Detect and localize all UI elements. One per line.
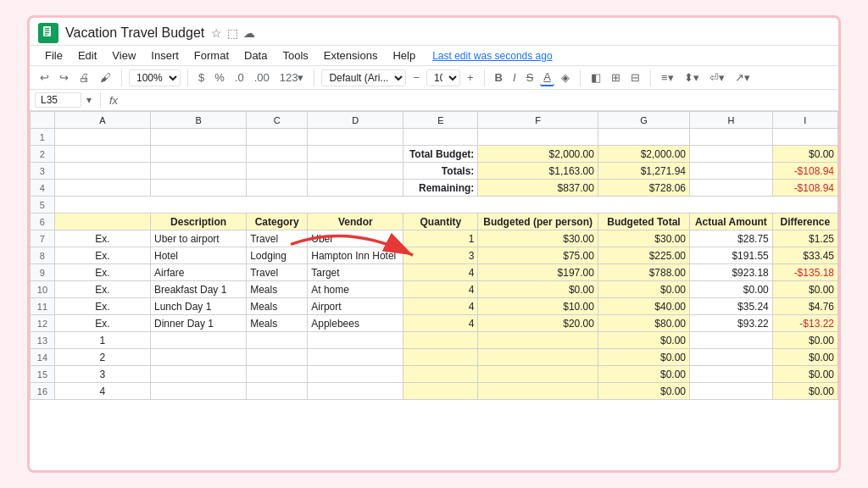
cell-e6[interactable]: Quantity bbox=[403, 214, 478, 230]
cell-c8[interactable]: Lodging bbox=[247, 247, 308, 264]
cell-d2[interactable] bbox=[308, 146, 403, 163]
format-123-button[interactable]: 123▾ bbox=[276, 69, 308, 86]
cell-a8[interactable]: Ex. bbox=[54, 247, 150, 264]
cell-f4[interactable]: $837.00 bbox=[478, 180, 598, 197]
cell-e11[interactable]: 4 bbox=[403, 298, 478, 315]
cell-g9[interactable]: $788.00 bbox=[598, 264, 689, 281]
cell-i8[interactable]: $33.45 bbox=[772, 247, 837, 264]
cell-d3[interactable] bbox=[308, 163, 403, 180]
cell-h8[interactable]: $191.55 bbox=[690, 247, 773, 264]
menu-edit[interactable]: Edit bbox=[71, 47, 103, 64]
cell-f6[interactable]: Budgeted (per person) bbox=[478, 214, 598, 230]
cell-b1[interactable] bbox=[151, 129, 247, 146]
cell-i15[interactable]: $0.00 bbox=[772, 366, 837, 383]
menu-view[interactable]: View bbox=[105, 47, 142, 64]
currency-button[interactable]: $ bbox=[195, 69, 208, 86]
cell-i16[interactable]: $0.00 bbox=[772, 383, 837, 400]
cell-h1[interactable] bbox=[690, 129, 773, 146]
cell-b10[interactable]: Breakfast Day 1 bbox=[151, 281, 247, 298]
font-size-select[interactable]: 10 bbox=[426, 69, 460, 86]
cell-b13[interactable] bbox=[151, 332, 247, 349]
cell-h16[interactable] bbox=[690, 383, 773, 400]
paint-format-button[interactable]: 🖌 bbox=[97, 69, 114, 86]
cell-h7[interactable]: $28.75 bbox=[690, 230, 773, 247]
cell-a11[interactable]: Ex. bbox=[54, 298, 150, 315]
text-color-button[interactable]: ◈ bbox=[558, 69, 573, 86]
cell-g1[interactable] bbox=[598, 129, 689, 146]
align-button[interactable]: ≡▾ bbox=[658, 69, 677, 86]
valign-button[interactable]: ⬍▾ bbox=[681, 69, 703, 86]
cell-e8[interactable]: 3 bbox=[403, 247, 478, 264]
italic-button[interactable]: I bbox=[509, 69, 520, 86]
cell-e3[interactable]: Totals: bbox=[403, 163, 478, 180]
cell-f2[interactable]: $2,000.00 bbox=[478, 146, 598, 163]
cell-f1[interactable] bbox=[478, 129, 598, 146]
cell-i1[interactable] bbox=[772, 129, 837, 146]
cell-b9[interactable]: Airfare bbox=[151, 264, 247, 281]
cell-d6[interactable]: Vendor bbox=[308, 214, 403, 230]
cell-a12[interactable]: Ex. bbox=[54, 315, 150, 332]
print-button[interactable]: 🖨 bbox=[75, 69, 93, 86]
cell-b16[interactable] bbox=[151, 383, 247, 400]
cell-e15[interactable] bbox=[403, 366, 478, 383]
cell-f8[interactable]: $75.00 bbox=[478, 247, 598, 264]
cell-g2[interactable]: $2,000.00 bbox=[598, 146, 689, 163]
cell-reference-input[interactable] bbox=[35, 92, 81, 108]
cell-b8[interactable]: Hotel bbox=[151, 247, 247, 264]
cell-b3[interactable] bbox=[151, 163, 247, 180]
menu-file[interactable]: File bbox=[38, 47, 70, 64]
cell-h13[interactable] bbox=[690, 332, 773, 349]
cell-b7[interactable]: Uber to airport bbox=[151, 230, 247, 247]
cell-h6[interactable]: Actual Amount bbox=[690, 214, 773, 230]
cell-b4[interactable] bbox=[151, 180, 247, 197]
font-select[interactable]: Default (Ari... bbox=[321, 69, 406, 86]
cell-f9[interactable]: $197.00 bbox=[478, 264, 598, 281]
cell-b11[interactable]: Lunch Day 1 bbox=[151, 298, 247, 315]
percent-button[interactable]: % bbox=[211, 69, 228, 86]
cell-b6[interactable]: Description bbox=[151, 214, 247, 230]
cell-h4[interactable] bbox=[690, 180, 773, 197]
cell-c4[interactable] bbox=[247, 180, 308, 197]
cell-i7[interactable]: $1.25 bbox=[772, 230, 837, 247]
cell-f13[interactable] bbox=[478, 332, 598, 349]
menu-extensions[interactable]: Extensions bbox=[317, 47, 385, 64]
rotate-button[interactable]: ↗▾ bbox=[732, 69, 754, 86]
cell-h9[interactable]: $923.18 bbox=[690, 264, 773, 281]
cell-a6[interactable] bbox=[54, 214, 150, 230]
font-size-decrease-button[interactable]: − bbox=[409, 69, 423, 86]
cell-b14[interactable] bbox=[151, 349, 247, 366]
cell-a3[interactable] bbox=[54, 163, 150, 180]
menu-help[interactable]: Help bbox=[386, 47, 422, 64]
cell-a14[interactable]: 2 bbox=[54, 349, 150, 366]
cell-c7[interactable]: Travel bbox=[247, 230, 308, 247]
font-size-increase-button[interactable]: + bbox=[464, 69, 477, 86]
cell-i13[interactable]: $0.00 bbox=[772, 332, 837, 349]
bold-button[interactable]: B bbox=[492, 69, 506, 86]
cell-d7[interactable]: Uber bbox=[308, 230, 403, 247]
cell-h11[interactable]: $35.24 bbox=[690, 298, 773, 315]
menu-format[interactable]: Format bbox=[187, 47, 236, 64]
cell-a7[interactable]: Ex. bbox=[54, 230, 150, 247]
cell-e16[interactable] bbox=[403, 383, 478, 400]
cell-d15[interactable] bbox=[308, 366, 403, 383]
cell-g15[interactable]: $0.00 bbox=[598, 366, 689, 383]
cell-i10[interactable]: $0.00 bbox=[772, 281, 837, 298]
cell-i11[interactable]: $4.76 bbox=[772, 298, 837, 315]
cell-e14[interactable] bbox=[403, 349, 478, 366]
cell-e7[interactable]: 1 bbox=[403, 230, 478, 247]
cell-i3[interactable]: -$108.94 bbox=[772, 163, 837, 180]
cell-c1[interactable] bbox=[247, 129, 308, 146]
decimal-increase-button[interactable]: .00 bbox=[251, 69, 273, 86]
col-header-a[interactable]: A bbox=[54, 112, 150, 129]
cell-c3[interactable] bbox=[247, 163, 308, 180]
cell-f11[interactable]: $10.00 bbox=[478, 298, 598, 315]
cell-a13[interactable]: 1 bbox=[54, 332, 150, 349]
cell-b15[interactable] bbox=[151, 366, 247, 383]
cell-c10[interactable]: Meals bbox=[247, 281, 308, 298]
cell-c13[interactable] bbox=[247, 332, 308, 349]
wrap-button[interactable]: ⏎▾ bbox=[706, 69, 728, 86]
fill-color-button[interactable]: ◧ bbox=[587, 69, 604, 86]
cell-c12[interactable]: Meals bbox=[247, 315, 308, 332]
borders-button[interactable]: ⊞ bbox=[608, 69, 624, 86]
cell-e10[interactable]: 4 bbox=[403, 281, 478, 298]
